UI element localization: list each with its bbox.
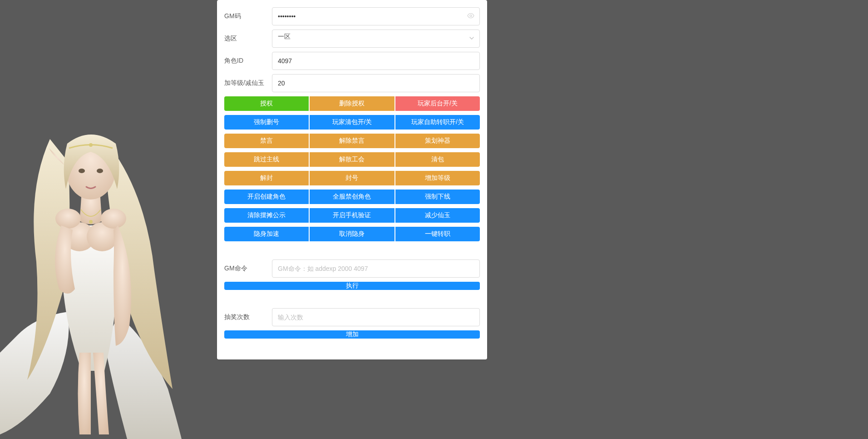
action-button[interactable]: 取消隐身 [310,227,394,241]
action-button[interactable]: 减少仙玉 [395,208,480,223]
action-button[interactable]: 全服禁创角色 [310,190,394,204]
action-button[interactable]: 开启创建角色 [224,190,309,204]
input-role-id[interactable] [272,52,480,70]
input-level[interactable] [272,74,480,92]
row-lottery: 抽奖次数 [224,308,480,326]
action-button[interactable]: 清包 [395,152,480,167]
action-button[interactable]: 开启手机验证 [310,208,394,223]
action-button[interactable]: 解封 [224,171,309,185]
gm-admin-panel: GM码 选区 一区 角色ID [217,0,487,359]
action-button[interactable]: 增加等级 [395,171,480,185]
action-button[interactable]: 解散工会 [310,152,394,167]
action-button[interactable]: 解除禁言 [310,134,394,148]
svg-point-6 [97,169,103,173]
row-gm-code: GM码 [224,7,480,25]
button-row: 隐身加速取消隐身一键转职 [224,227,480,241]
action-button[interactable]: 授权 [224,96,309,111]
button-row: 授权删除授权玩家后台开/关 [224,96,480,111]
action-button[interactable]: 玩家自助转职开/关 [395,115,480,130]
increase-button[interactable]: 增加 [224,330,480,339]
character-illustration [0,98,182,439]
svg-point-7 [89,143,93,147]
svg-point-1 [87,222,118,251]
action-button[interactable]: 策划神器 [395,134,480,148]
button-row: 清除摆摊公示开启手机验证减少仙玉 [224,208,480,223]
action-button[interactable]: 禁言 [224,134,309,148]
action-button[interactable]: 隐身加速 [224,227,309,241]
label-role-id: 角色ID [224,57,272,65]
button-row: 禁言解除禁言策划神器 [224,134,480,148]
svg-point-0 [64,222,95,251]
button-row: 跳过主线解散工会清包 [224,152,480,167]
row-level: 加等级/减仙玉 [224,74,480,92]
eye-icon[interactable] [467,12,474,21]
row-zone: 选区 一区 [224,30,480,48]
row-role-id: 角色ID [224,52,480,70]
input-gm-code[interactable] [272,7,480,25]
label-gm-cmd: GM命令 [224,264,272,273]
action-button[interactable]: 强制删号 [224,115,309,130]
svg-point-2 [55,209,81,229]
svg-point-3 [101,209,126,229]
action-button[interactable]: 清除摆摊公示 [224,208,309,223]
button-row: 开启创建角色全服禁创角色强制下线 [224,190,480,204]
action-button[interactable]: 删除授权 [310,96,394,111]
svg-point-8 [89,220,93,224]
input-lottery[interactable] [272,308,480,326]
action-button[interactable]: 玩家清包开/关 [310,115,394,130]
input-gm-cmd[interactable] [272,259,480,278]
action-button[interactable]: 玩家后台开/关 [395,96,480,111]
action-button-grid: 授权删除授权玩家后台开/关强制删号玩家清包开/关玩家自助转职开/关禁言解除禁言策… [224,96,480,241]
label-lottery: 抽奖次数 [224,313,272,321]
execute-button[interactable]: 执行 [224,282,480,290]
row-gm-cmd: GM命令 [224,259,480,278]
action-button[interactable]: 一键转职 [395,227,480,241]
button-row: 解封封号增加等级 [224,171,480,185]
action-button[interactable]: 封号 [310,171,394,185]
svg-point-9 [470,15,472,17]
label-zone: 选区 [224,35,272,43]
label-level: 加等级/减仙玉 [224,79,272,87]
select-zone[interactable]: 一区 [272,30,480,48]
svg-point-4 [66,138,116,200]
action-button[interactable]: 强制下线 [395,190,480,204]
label-gm-code: GM码 [224,12,272,20]
action-button[interactable]: 跳过主线 [224,152,309,167]
svg-point-5 [79,169,85,173]
button-row: 强制删号玩家清包开/关玩家自助转职开/关 [224,115,480,130]
